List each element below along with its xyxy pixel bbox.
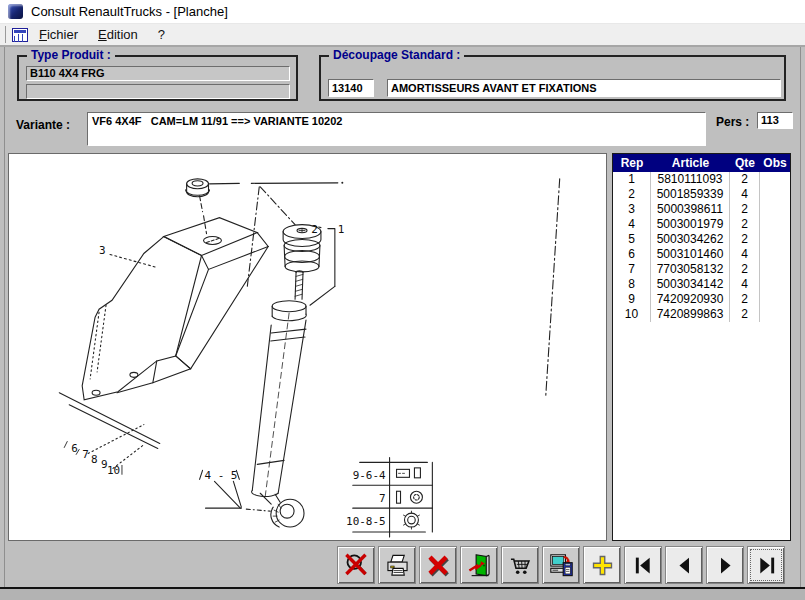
detail-row-3: 10-8-5: [346, 515, 386, 528]
cell-rep: 5: [613, 232, 651, 247]
cell-rep: 7: [613, 262, 651, 277]
menu-grip: [5, 26, 6, 43]
cell-qte: 2: [730, 262, 760, 277]
table-row[interactable]: 777030581322: [613, 262, 790, 277]
detail-row-1: 9-6-4: [353, 469, 386, 482]
table-row[interactable]: 974209209302: [613, 292, 790, 307]
window-frame-right: [800, 47, 801, 587]
cell-article: 7420899863: [651, 307, 730, 322]
table-row[interactable]: 350003986112: [613, 202, 790, 217]
cell-obs: [760, 292, 790, 307]
cell-article: 5003034262: [651, 232, 730, 247]
cart-button[interactable]: [501, 546, 539, 584]
menu-fichier[interactable]: Fichier: [30, 25, 87, 44]
table-row[interactable]: 650031014604: [613, 247, 790, 262]
cart-icon: [507, 552, 534, 579]
cell-obs: [760, 187, 790, 202]
print-button[interactable]: [378, 546, 416, 584]
cell-obs: [760, 172, 790, 187]
first-record-button[interactable]: [624, 546, 662, 584]
app-icon[interactable]: [8, 4, 23, 19]
col-rep: Rep: [613, 154, 651, 172]
cell-rep: 8: [613, 277, 651, 292]
title-bar: Consult RenaultTrucks - [Planche]: [0, 0, 805, 24]
last-record-button[interactable]: [747, 546, 785, 584]
part-label-lower-mount: 4 - 5: [205, 469, 238, 482]
decoupage-designation-field[interactable]: AMORTISSEURS AVANT ET FIXATIONS: [387, 79, 781, 97]
seq-label-6: 6: [71, 442, 78, 455]
cell-qte: 2: [730, 172, 760, 187]
first-icon: [630, 552, 657, 579]
next-record-button[interactable]: [706, 546, 744, 584]
last-icon: [753, 552, 780, 579]
col-article: Article: [651, 154, 730, 172]
cell-rep: 9: [613, 292, 651, 307]
cell-rep: 2: [613, 187, 651, 202]
menu-edition[interactable]: Edition: [89, 25, 147, 44]
save-export-button[interactable]: [542, 546, 580, 584]
table-row[interactable]: 550030342622: [613, 232, 790, 247]
next-icon: [712, 552, 739, 579]
type-produit-value: B110 4X4 FRG: [26, 66, 290, 81]
part-label-shock: 1: [338, 223, 345, 236]
table-row[interactable]: 850030341424: [613, 277, 790, 292]
cell-rep: 10: [613, 307, 651, 322]
delete-button[interactable]: [419, 546, 457, 584]
mdi-child-icon[interactable]: [12, 28, 28, 42]
decoupage-label: Découpage Standard :: [329, 48, 464, 62]
parts-table-body: 1581011109322500185933943500039861124500…: [613, 172, 790, 322]
print-icon: [384, 552, 411, 579]
cell-article: 5003034142: [651, 277, 730, 292]
menu-help[interactable]: ?: [149, 25, 174, 44]
cell-article: 7420920930: [651, 292, 730, 307]
cell-qte: 2: [730, 232, 760, 247]
exit-button[interactable]: [460, 546, 498, 584]
part-label-bracket: 3: [99, 244, 106, 257]
menu-bar: Fichier Edition ?: [0, 24, 805, 47]
previous-icon: [671, 552, 698, 579]
seq-label-8: 8: [91, 453, 98, 466]
add-icon: [589, 552, 616, 579]
parts-table: Rep Article Qte Obs 15810111093225001859…: [612, 153, 791, 541]
table-row[interactable]: 158101110932: [613, 172, 790, 187]
table-row[interactable]: 450030019792: [613, 217, 790, 232]
decoupage-code-field[interactable]: 13140: [328, 79, 374, 97]
parts-table-header: Rep Article Qte Obs: [613, 154, 790, 172]
window-title: Consult RenaultTrucks - [Planche]: [31, 4, 228, 19]
delete-icon: [425, 552, 452, 579]
exit-door-icon: [466, 552, 493, 579]
status-strip: [0, 589, 805, 600]
cell-rep: 1: [613, 172, 651, 187]
cell-article: 5003001979: [651, 217, 730, 232]
window-frame-left: [4, 47, 5, 587]
save-export-icon: [548, 552, 575, 579]
previous-record-button[interactable]: [665, 546, 703, 584]
cell-obs: [760, 217, 790, 232]
table-row[interactable]: 250018593394: [613, 187, 790, 202]
cell-article: 5810111093: [651, 172, 730, 187]
pers-label: Pers :: [716, 115, 749, 129]
cell-rep: 3: [613, 202, 651, 217]
add-button[interactable]: [583, 546, 621, 584]
cell-article: 5000398611: [651, 202, 730, 217]
type-produit-value2: [26, 84, 290, 99]
cell-obs: [760, 262, 790, 277]
technical-drawing: 3 2 1 4 - 5 6 7 8 9 10 9-6-4 7 10-8-5: [9, 154, 606, 540]
cell-qte: 2: [730, 202, 760, 217]
table-row[interactable]: 1074208998632: [613, 307, 790, 322]
col-obs: Obs: [760, 154, 790, 172]
cell-qte: 2: [730, 292, 760, 307]
cell-obs: [760, 202, 790, 217]
variante-label: Variante :: [16, 118, 70, 132]
variante-field[interactable]: VF6 4X4F CAM=LM 11/91 ==> VARIANTE 10202: [87, 112, 706, 146]
detail-row-2: 7: [379, 492, 386, 505]
cell-rep: 4: [613, 217, 651, 232]
pers-field[interactable]: 113: [757, 112, 793, 129]
cell-qte: 4: [730, 187, 760, 202]
type-produit-group: Type Produit : B110 4X4 FRG: [17, 55, 298, 101]
decoupage-group: Découpage Standard : 13140 AMORTISSEURS …: [319, 55, 786, 101]
zoom-cancel-button[interactable]: [337, 546, 375, 584]
cell-article: 7703058132: [651, 262, 730, 277]
drawing-panel: 3 2 1 4 - 5 6 7 8 9 10 9-6-4 7 10-8-5: [8, 153, 607, 541]
cell-obs: [760, 232, 790, 247]
